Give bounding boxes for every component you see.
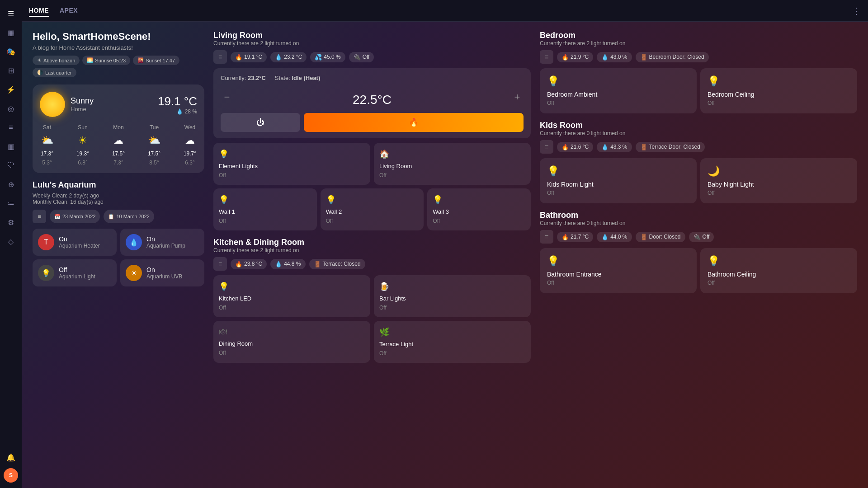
bathroom-door-icon: 🚪 (640, 234, 647, 240)
living-room-header: Living Room Currently there are 2 light … (213, 31, 531, 47)
thermo-state: State: Idle (Heat) (275, 75, 320, 81)
sidebar-circle-icon[interactable]: ◎ (3, 100, 19, 117)
thermostat-buttons: ⏻ 🔥 (221, 113, 524, 132)
living-room-light-icon: 🏠 (379, 149, 525, 159)
sidebar-list-icon[interactable]: ≡ (3, 119, 19, 136)
sun-graphic (40, 92, 65, 117)
thermo-decrease-button[interactable]: − (221, 91, 233, 103)
device-heater[interactable]: T On Aquarium Heater (33, 229, 117, 256)
thermo-off-button[interactable]: ⏻ (221, 113, 300, 132)
aquarium-meta: Weekly Clean: 2 day(s) ago Monthly Clean… (33, 192, 204, 205)
bedroom-stats: ≡ 🔥21.9 °C 💧43.0 % 🚪Bedroom Door: Closed (540, 50, 857, 64)
wall2-card[interactable]: 💡 Wall 2 Off (321, 188, 424, 230)
bedroom-header: Bedroom Currently there are 2 light turn… (540, 31, 857, 47)
bathroom-humidity-badge: 💧44.0 % (597, 232, 632, 242)
sidebar-diamond-icon[interactable]: ◇ (3, 233, 19, 249)
kitchen-menu-button[interactable]: ≡ (213, 257, 227, 271)
kitchen-header: Kitchen & Dining Room Currently there ar… (213, 238, 531, 253)
kids-room-light-card[interactable]: 💡 Kids Room Light Off (540, 158, 697, 203)
bedroom-menu-button[interactable]: ≡ (540, 50, 553, 64)
sidebar-chart-icon[interactable]: ▥ (3, 138, 19, 155)
device-pump[interactable]: 💧 On Aquarium Pump (120, 229, 204, 256)
kitchen-led-card[interactable]: 💡 Kitchen LED Off (213, 275, 370, 317)
badge-sunrise: 🌅Sunrise 05:23 (82, 56, 130, 65)
thermo-heat-button[interactable]: 🔥 (304, 113, 524, 132)
bathroom-humidity-icon: 💧 (601, 234, 609, 240)
sidebar-grid-icon[interactable]: ⊞ (3, 62, 19, 79)
tab-apex[interactable]: APEX (60, 5, 78, 17)
greeting-section: Hello, SmartHomeScene! A blog for Home A… (33, 31, 204, 77)
lr-temp2-badge: 💧23.2 °C (270, 52, 307, 62)
kids-room-menu-button[interactable]: ≡ (540, 140, 553, 154)
bar-lights-card[interactable]: 🍺 Bar Lights Off (374, 275, 531, 317)
aquarium-title: Lulu's Aquarium (33, 180, 204, 190)
bathroom-devices: 💡 Bathroom Entrance Off 💡 Bathroom Ceili… (540, 248, 857, 293)
lr-temp2-icon: 💧 (275, 54, 282, 61)
sidebar-shield-icon[interactable]: 🛡 (3, 157, 19, 174)
weather-card: Sunny Home 19.1 °C 💧 28 % Sat ⛅ 17.3° 5.… (33, 84, 204, 173)
kids-door-badge: 🚪Terrace Door: Closed (636, 142, 705, 152)
aquarium-badges: ≡ 📅 23 March 2022 📋 10 March 2022 (33, 210, 204, 223)
header: HOME APEX ⋮ (22, 0, 868, 22)
bathroom-power-icon: 🔌 (693, 234, 701, 240)
bedroom-ceiling-card[interactable]: 💡 Bedroom Ceiling Off (700, 68, 857, 113)
bedroom-humidity-icon: 💧 (601, 54, 609, 61)
bathroom-entrance-card[interactable]: 💡 Bathroom Entrance Off (540, 248, 697, 293)
sidebar-bottom: 🔔 S (3, 449, 19, 483)
forecast-mon: Mon ☁ 17.5° 7.3° (111, 124, 126, 166)
badge-moon: 🌗Last quarter (33, 68, 76, 77)
wall3-card[interactable]: 💡 Wall 3 Off (427, 188, 531, 230)
bathroom-ceiling-card[interactable]: 💡 Bathroom Ceiling Off (700, 248, 857, 293)
aquarium-menu-button[interactable]: ≡ (33, 210, 46, 223)
bathroom-entrance-icon: 💡 (547, 255, 689, 267)
lr-temp-icon: 🔥 (235, 54, 242, 61)
wall1-card[interactable]: 💡 Wall 1 Off (213, 188, 317, 230)
living-room-menu-button[interactable]: ≡ (213, 50, 227, 64)
aquarium-devices: T On Aquarium Heater 💧 On Aquarium Pump (33, 229, 204, 286)
bathroom-menu-button[interactable]: ≡ (540, 230, 553, 244)
kids-room-light-icon: 💡 (547, 165, 689, 177)
left-column: Hello, SmartHomeScene! A blog for Home A… (33, 31, 204, 479)
sidebar-dashboard-icon[interactable]: ▦ (3, 24, 19, 41)
baby-night-light-card[interactable]: 🌙 Baby Night Light Off (700, 158, 857, 203)
weather-condition: Sunny (71, 96, 94, 106)
sidebar-menu-icon[interactable]: ☰ (3, 5, 19, 22)
kids-humidity-badge: 💧43.3 % (597, 142, 632, 152)
forecast-sat-icon: ⛅ (40, 133, 54, 148)
bar-lights-icon: 🍺 (379, 282, 525, 291)
bedroom-section: Bedroom Currently there are 2 light turn… (540, 31, 857, 113)
weather-humidity: 💧 28 % (158, 108, 197, 115)
thermostat-control: − 22.5°C + (221, 86, 524, 108)
dining-room-card[interactable]: 🍽 Dining Room Off (213, 321, 370, 363)
bedroom-ambient-card[interactable]: 💡 Bedroom Ambient Off (540, 68, 697, 113)
tab-home[interactable]: HOME (29, 5, 49, 17)
device-light[interactable]: 💡 Off Aquarium Light (33, 259, 117, 286)
forecast-tue: Tue ⛅ 17.5° 8.5° (147, 124, 161, 166)
main-content: HOME APEX ⋮ Hello, SmartHomeScene! A blo… (22, 0, 868, 488)
sidebar-face-icon[interactable]: 🎭 (3, 43, 19, 60)
forecast-wed-icon: ☁ (183, 133, 197, 148)
sidebar-lightning-icon[interactable]: ⚡ (3, 81, 19, 98)
user-avatar[interactable]: S (4, 468, 18, 483)
sidebar-lines-icon[interactable]: ≔ (3, 195, 19, 211)
living-room-stats: ≡ 🔥19.1 °C 💧23.2 °C 💦45.0 % 🔌Off (213, 50, 531, 64)
forecast-sun: Sun ☀ 19.3° 6.8° (75, 124, 90, 166)
bathroom-power-badge: 🔌Off (689, 232, 714, 242)
sun-horizon-icon: ☀ (37, 57, 42, 63)
middle-column: Living Room Currently there are 2 light … (213, 31, 531, 479)
device-uvb[interactable]: ☀ On Aquarium UVB (120, 259, 204, 286)
terrace-light-card[interactable]: 🌿 Terrace Light Off (374, 321, 531, 363)
sidebar-bell-icon[interactable]: 🔔 (3, 449, 19, 465)
lr-humidity-icon: 💦 (315, 54, 322, 61)
element-lights-card[interactable]: 💡 Element Lights Off (213, 143, 370, 185)
thermo-increase-button[interactable]: + (511, 91, 524, 103)
sidebar-plus-icon[interactable]: ⊕ (3, 176, 19, 192)
living-room-light-card[interactable]: 🏠 Living Room Off (374, 143, 531, 185)
bathroom-temp-badge: 🔥21.7 °C (557, 232, 593, 242)
thermostat-setpoint: 22.5°C (239, 86, 505, 108)
sidebar-gear-icon[interactable]: ⚙ (3, 214, 19, 230)
heater-icon: T (38, 234, 54, 250)
forecast-sun-icon: ☀ (75, 133, 90, 148)
kitchen-temp-badge: 🔥23.8 °C (231, 259, 267, 269)
header-more-icon[interactable]: ⋮ (852, 5, 861, 16)
